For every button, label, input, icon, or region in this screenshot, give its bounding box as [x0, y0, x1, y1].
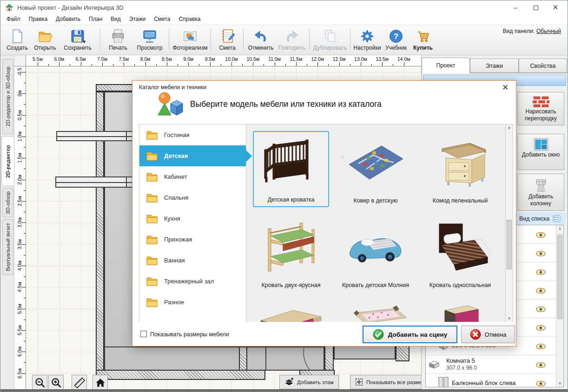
open-button[interactable]: Открыть: [31, 27, 59, 53]
visibility-eye-icon[interactable]: [536, 231, 546, 237]
category-item[interactable]: Тренажерный зал: [139, 271, 246, 292]
zoom-in-button[interactable]: [48, 375, 64, 390]
measure-button[interactable]: [72, 375, 87, 390]
menu-item[interactable]: Справка: [174, 14, 205, 24]
tutorial-button[interactable]: ? Учебник: [383, 27, 409, 53]
visibility-eye-icon[interactable]: [536, 361, 546, 367]
show-dimensions-checkbox[interactable]: [140, 331, 147, 337]
menu-item[interactable]: Вид: [106, 14, 125, 24]
object-type-icon: [429, 360, 441, 369]
home-view-button[interactable]: [92, 375, 108, 390]
menu-bar: ФайлПравкаДобавитьПланВидЭтажиСметаСправ…: [0, 14, 568, 25]
catalog-item-car-bed[interactable]: Кровать детская Молния: [337, 216, 414, 292]
duplicate-button[interactable]: Дублировать: [312, 27, 348, 53]
close-button[interactable]: ✕: [545, 0, 566, 14]
category-label: Кухня: [164, 215, 180, 222]
undo-button[interactable]: Отменить: [246, 27, 276, 53]
category-item[interactable]: Ванная: [139, 250, 246, 271]
category-item[interactable]: Детская: [139, 145, 246, 166]
print-button[interactable]: Печать: [104, 27, 132, 53]
catalog-item-label: Кровать детская Молния: [342, 282, 409, 292]
catalog-item-changing-chest[interactable]: Комод пеленальный: [422, 131, 498, 207]
grid-scrollbar[interactable]: ∧ ∨: [505, 124, 513, 322]
visibility-eye-icon[interactable]: [536, 268, 546, 274]
menu-item[interactable]: Файл: [2, 14, 25, 24]
new-project-button[interactable]: Создать: [4, 27, 30, 53]
list-view-icon[interactable]: [553, 215, 561, 222]
tab-properties[interactable]: Свойства: [519, 59, 567, 73]
category-item[interactable]: Кабинет: [139, 166, 246, 187]
menu-item[interactable]: План: [85, 14, 106, 24]
home-icon: [95, 377, 106, 388]
menu-item[interactable]: Смета: [150, 14, 174, 24]
zoom-out-button[interactable]: [32, 375, 47, 390]
dialog-body: Гостиная Детская Кабинет Спальня: [139, 124, 513, 322]
photorealism-button[interactable]: Фотореализм: [172, 27, 209, 53]
scroll-up-arrow[interactable]: ∧: [556, 225, 563, 232]
visibility-eye-icon[interactable]: [536, 343, 546, 349]
scrollbar-thumb[interactable]: [557, 235, 562, 319]
tab-floors[interactable]: Этажи: [470, 59, 519, 73]
catalog-item-single-bed[interactable]: Кровать односпальная: [422, 216, 498, 292]
category-item[interactable]: Кухня: [139, 208, 246, 229]
save-dropdown-arrow[interactable]: ▼: [82, 39, 86, 44]
scrollbar-thumb[interactable]: [507, 220, 512, 269]
toolbar-separator: [350, 29, 350, 50]
category-item[interactable]: Прихожая: [139, 229, 246, 250]
redo-button[interactable]: Повторить: [277, 27, 307, 53]
ruler-label: -0.5: [17, 66, 22, 81]
menu-item[interactable]: Добавить: [52, 14, 85, 24]
visibility-eye-icon[interactable]: [536, 250, 546, 256]
category-item[interactable]: Гостиная: [139, 124, 246, 145]
catalog-item-label: Кровать односпальная: [429, 282, 491, 292]
catalog-item-partial[interactable]: [422, 300, 498, 322]
scroll-down-arrow[interactable]: ∨: [556, 380, 563, 387]
add-column-button[interactable]: Добавить колонну: [517, 174, 564, 211]
tab-2d-and-3d[interactable]: 2D-редактор и 3D-обзор: [2, 59, 13, 134]
catalog-item-partial[interactable]: [337, 300, 414, 322]
tab-project[interactable]: Проект: [422, 58, 470, 73]
category-item[interactable]: Разное: [139, 292, 246, 313]
estimate-button[interactable]: Смета: [213, 27, 241, 53]
category-label: Ванная: [164, 257, 185, 264]
visibility-eye-icon[interactable]: [536, 380, 546, 386]
scroll-down-arrow[interactable]: ∨: [506, 315, 513, 322]
scene-object-row[interactable]: Комната 5 307.0 x 96.0: [426, 355, 556, 374]
catalog-item-partial[interactable]: [253, 300, 329, 322]
ruler-label: 9.5м: [205, 56, 215, 62]
add-to-scene-button[interactable]: Добавить на сцену: [363, 326, 457, 343]
catalog-item-bunk-bed[interactable]: Кровать двух-ярусная: [253, 216, 329, 292]
cancel-button[interactable]: Отмена: [461, 326, 515, 343]
draw-partition-button[interactable]: Нарисовать перегородку: [517, 92, 564, 125]
catalog-item-carpet[interactable]: Ковер в детскую: [337, 131, 414, 207]
visibility-eye-icon[interactable]: [536, 324, 546, 330]
furniture-catalog-dialog: Каталог мебели и техники ✕ Выберите моде…: [132, 80, 516, 346]
save-button[interactable]: ▼ Сохранить: [60, 27, 95, 53]
catalog-item-crib[interactable]: Детская кроватка: [253, 131, 329, 207]
dialog-close-icon[interactable]: ✕: [500, 83, 510, 92]
show-all-dimensions-button[interactable]: Показывать все размеры: [350, 375, 421, 389]
tab-3d-view[interactable]: 3D-обзор: [2, 188, 13, 217]
maximize-button[interactable]: [526, 0, 546, 14]
ruler-label: 14.0м: [397, 56, 410, 62]
scene-object-row[interactable]: Балконный блок слева: [426, 374, 556, 387]
minimize-button[interactable]: –: [505, 0, 526, 14]
tab-2d-editor[interactable]: 2D-редактор: [1, 136, 14, 186]
visibility-eye-icon[interactable]: [536, 287, 546, 293]
menu-item[interactable]: Правка: [25, 14, 52, 24]
buy-button[interactable]: Купить: [410, 27, 436, 53]
scroll-up-arrow[interactable]: ∧: [506, 124, 513, 131]
add-window-button[interactable]: Добавить окно: [517, 134, 564, 170]
tab-virtual-visit[interactable]: Виртуальный визит: [2, 219, 13, 275]
preview-button[interactable]: Просмотр: [133, 27, 166, 53]
panel-view-link[interactable]: Обычный: [536, 28, 561, 34]
notepad-pencil-icon: [219, 28, 235, 44]
list-scrollbar[interactable]: ∧ ∨: [556, 225, 563, 387]
dialog-heading: Выберите модель мебели или техники из ка…: [190, 99, 382, 109]
visibility-eye-icon[interactable]: [536, 306, 546, 312]
add-floor-button[interactable]: Добавить этаж: [279, 375, 339, 389]
menu-item[interactable]: Этажи: [125, 14, 150, 24]
category-item[interactable]: Спальня: [139, 187, 246, 208]
toolbar-separator: [169, 29, 169, 50]
settings-button[interactable]: Настройки: [353, 27, 382, 53]
